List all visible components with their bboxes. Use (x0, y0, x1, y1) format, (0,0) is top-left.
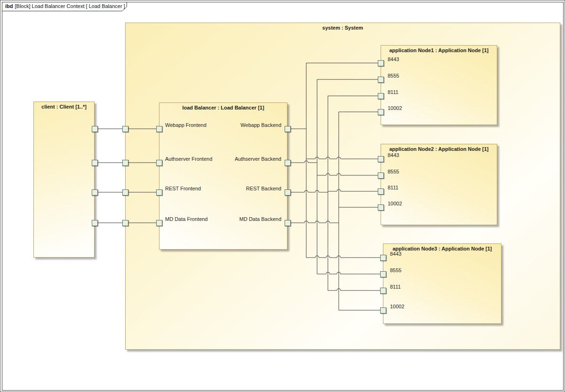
system-boundary-port-mddata[interactable] (122, 220, 128, 226)
port-label-rest-frontend: REST Frontend (165, 185, 201, 192)
node3-port-8111[interactable] (380, 288, 386, 294)
lb-port-webapp-backend[interactable] (285, 126, 291, 132)
node1-port-10002[interactable] (378, 109, 384, 115)
port-label-authserver-backend: Authserver Backend (235, 156, 281, 162)
load-balancer-block[interactable]: load Balancer : Load Balancer [1] Webapp… (159, 102, 287, 250)
lb-port-mddata-backend[interactable] (285, 220, 291, 226)
node3-port-label-8111: 8111 (390, 283, 401, 290)
node2-port-8111[interactable] (378, 188, 384, 195)
diagram-kind-label: ibd (5, 3, 13, 9)
node2-port-label-8443: 8443 (388, 152, 399, 158)
node1-port-label-8111: 8111 (388, 89, 398, 95)
port-label-webapp-backend: Webapp Backend (240, 122, 281, 128)
node3-port-8555[interactable] (380, 271, 386, 277)
application-node2-block[interactable]: application Node2 : Application Node [1]… (381, 144, 497, 225)
diagram-tab-label: ibd[Block] Load Balancer Context [ Load … (5, 3, 125, 9)
node3-port-10002[interactable] (380, 307, 386, 314)
system-boundary-port-webapp[interactable] (122, 126, 128, 132)
diagram-name-label: [Block] Load Balancer Context [ Load Bal… (15, 3, 125, 9)
node2-port-label-8111: 8111 (388, 184, 398, 191)
node1-port-8443[interactable] (378, 60, 384, 66)
system-boundary-port-rest[interactable] (122, 189, 128, 196)
application-node1-title: application Node1 : Application Node [1] (381, 47, 497, 53)
node1-port-label-8555: 8555 (388, 72, 399, 79)
node3-port-label-8555: 8555 (390, 267, 401, 274)
system-title: system : System (126, 25, 560, 31)
port-label-mddata-backend: MD Data Backend (239, 216, 281, 222)
lb-port-rest-backend[interactable] (285, 189, 291, 196)
lb-port-authserver-frontend[interactable] (156, 160, 162, 166)
port-label-rest-backend: REST Backend (246, 185, 281, 192)
node1-port-8111[interactable] (378, 93, 384, 99)
node1-port-label-10002: 10002 (388, 105, 402, 111)
application-node3-block[interactable]: application Node3 : Application Node [1]… (383, 243, 501, 324)
node2-port-8443[interactable] (378, 156, 384, 162)
lb-port-authserver-backend[interactable] (285, 160, 291, 166)
node1-port-8555[interactable] (378, 77, 384, 83)
node3-port-label-8443: 8443 (390, 251, 401, 257)
node3-port-label-10002: 10002 (390, 303, 405, 310)
node2-port-10002[interactable] (378, 204, 384, 211)
diagram-canvas: system : System client : Client [1..*] l… (0, 0, 565, 392)
lb-port-rest-frontend[interactable] (156, 189, 162, 196)
system-boundary-port-authserver[interactable] (122, 160, 128, 166)
client-port-webapp[interactable] (92, 126, 98, 132)
node2-port-label-8555: 8555 (388, 168, 399, 175)
port-label-authserver-frontend: Authserver Frontend (165, 156, 212, 162)
application-node1-block[interactable]: application Node1 : Application Node [1]… (381, 45, 497, 125)
load-balancer-title: load Balancer : Load Balancer [1] (159, 105, 287, 110)
lb-port-webapp-frontend[interactable] (156, 126, 162, 132)
node2-port-label-10002: 10002 (388, 200, 402, 207)
application-node2-title: application Node2 : Application Node [1] (381, 146, 497, 152)
client-port-mddata[interactable] (92, 220, 98, 226)
client-port-authserver[interactable] (92, 160, 98, 166)
port-label-webapp-frontend: Webapp Frontend (165, 122, 207, 128)
port-label-mddata-frontend: MD Data Frontend (165, 216, 207, 222)
client-block[interactable]: client : Client [1..*] (33, 102, 95, 258)
client-port-rest[interactable] (92, 189, 98, 196)
node1-port-label-8443: 8443 (388, 56, 399, 63)
client-title: client : Client [1..*] (34, 104, 94, 110)
node3-port-8443[interactable] (380, 255, 386, 261)
lb-port-mddata-frontend[interactable] (156, 220, 162, 226)
node2-port-8555[interactable] (378, 172, 384, 179)
